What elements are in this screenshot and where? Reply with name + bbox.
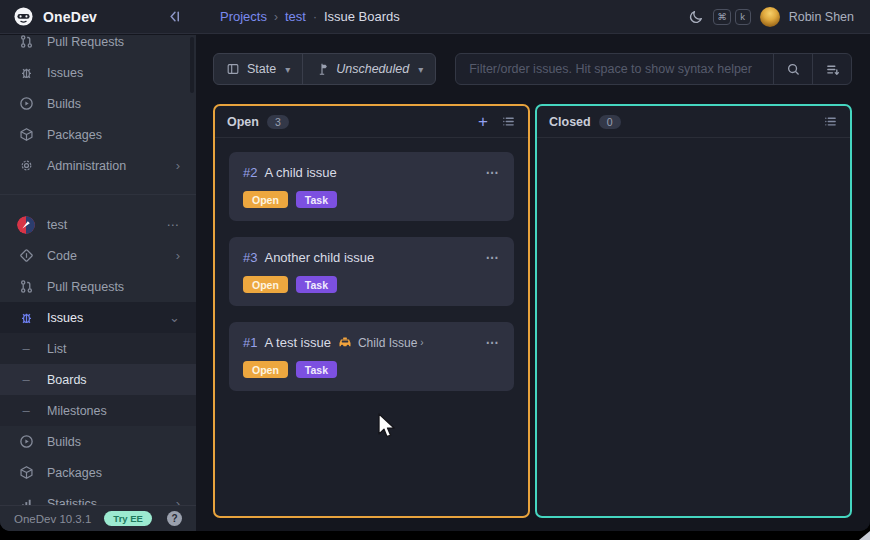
sidebar-item-label: Issues <box>47 311 83 325</box>
dash-bullet-icon: – <box>18 372 34 388</box>
sidebar-item-label: Builds <box>47 97 81 111</box>
sidebar: Pull Requests Issues Builds Packages Adm… <box>0 35 196 531</box>
sort-order-icon <box>825 62 840 77</box>
pull-request-icon <box>18 35 34 50</box>
sidebar-item-issues-list[interactable]: – List <box>0 333 196 364</box>
column-body <box>537 138 850 166</box>
issue-board: Open 3 + #2 A child issue ⋯ <box>213 104 852 518</box>
project-avatar <box>17 216 35 234</box>
window-resize-grip <box>859 531 870 540</box>
sidebar-item-packages[interactable]: Packages <box>0 119 196 150</box>
sidebar-collapse-icon[interactable] <box>167 9 182 24</box>
milestone-select-button[interactable]: Unscheduled ▾ <box>302 54 435 84</box>
sidebar-item-builds[interactable]: Builds <box>0 88 196 119</box>
topbar-right: ⌘ k Robin Shen <box>689 7 870 27</box>
state-badge: Open <box>243 276 288 293</box>
caret-down-icon: ▾ <box>285 64 290 75</box>
try-ee-badge[interactable]: Try EE <box>104 511 152 526</box>
sidebar-item-label: Issues <box>47 66 83 80</box>
sidebar-scrollbar[interactable] <box>190 37 194 93</box>
breadcrumb: Projects › test · Issue Boards <box>196 9 400 24</box>
issue-card[interactable]: #1 A test issue Child Issue › ⋯ Open Tas… <box>229 322 514 391</box>
sidebar-item-project-pull-requests[interactable]: Pull Requests <box>0 271 196 302</box>
breadcrumb-page: Issue Boards <box>324 9 400 24</box>
order-button[interactable] <box>812 54 851 84</box>
board-switcher-group: State ▾ Unscheduled ▾ <box>213 53 436 85</box>
sidebar-item-issues[interactable]: Issues <box>0 57 196 88</box>
sidebar-item-code[interactable]: Code › <box>0 240 196 271</box>
top-bar: OneDev Projects › test · Issue Boards ⌘ … <box>0 0 870 34</box>
bug-icon <box>18 65 34 81</box>
package-icon <box>18 127 34 143</box>
brand-area: OneDev <box>0 6 196 27</box>
filter-group <box>455 53 852 85</box>
sidebar-item-project-packages[interactable]: Packages <box>0 457 196 488</box>
sidebar-item-issues-milestones[interactable]: – Milestones <box>0 395 196 426</box>
user-name[interactable]: Robin Shen <box>789 10 854 24</box>
dash-bullet-icon: – <box>18 403 34 419</box>
card-menu-button[interactable]: ⋯ <box>486 165 501 180</box>
state-badge: Open <box>243 361 288 378</box>
sidebar-item-issues-boards[interactable]: – Boards <box>0 364 196 395</box>
play-circle-icon <box>18 96 34 112</box>
milestone-select-label: Unscheduled <box>336 62 409 76</box>
command-palette-hint[interactable]: ⌘ k <box>713 9 751 25</box>
caret-down-icon: ▾ <box>418 64 423 75</box>
sidebar-item-administration[interactable]: Administration › <box>0 150 196 181</box>
chevron-right-icon: › <box>420 337 423 348</box>
column-count-badge: 0 <box>599 115 621 129</box>
sidebar-divider <box>0 194 196 195</box>
child-issue-link[interactable]: Child Issue <box>358 336 417 350</box>
column-list-icon[interactable] <box>823 114 838 129</box>
search-icon <box>786 62 801 77</box>
dash-bullet-icon: – <box>18 341 34 357</box>
help-icon[interactable]: ? <box>167 511 182 526</box>
breadcrumb-project[interactable]: test <box>285 9 306 24</box>
sidebar-item-label: Packages <box>47 128 102 142</box>
column-header: Closed 0 <box>537 106 850 138</box>
onedev-logo-icon[interactable] <box>13 6 34 27</box>
sidebar-project-row[interactable]: test ⋯ <box>0 209 196 240</box>
board-column-open: Open 3 + #2 A child issue ⋯ <box>213 104 530 518</box>
sidebar-item-project-issues[interactable]: Issues ⌄ <box>0 302 196 333</box>
chevron-down-icon: ⌄ <box>169 310 180 325</box>
code-icon <box>18 248 34 264</box>
column-title: Open <box>227 115 259 129</box>
add-issue-button[interactable]: + <box>478 113 488 130</box>
command-key-icon: ⌘ <box>713 9 731 25</box>
issue-number[interactable]: #3 <box>243 250 257 265</box>
column-list-icon[interactable] <box>501 114 516 129</box>
issue-title[interactable]: A test issue <box>264 335 330 350</box>
sidebar-item-project-builds[interactable]: Builds <box>0 426 196 457</box>
k-key-icon: k <box>735 9 751 25</box>
user-avatar[interactable] <box>760 7 780 27</box>
app-window: OneDev Projects › test · Issue Boards ⌘ … <box>0 0 870 531</box>
sidebar-item-label: Pull Requests <box>47 35 124 49</box>
play-circle-icon <box>18 434 34 450</box>
issue-number[interactable]: #1 <box>243 335 257 350</box>
chevron-right-icon: › <box>176 158 180 173</box>
sidebar-item-label: Pull Requests <box>47 280 124 294</box>
dark-mode-toggle-icon[interactable] <box>689 9 704 24</box>
issue-card[interactable]: #2 A child issue ⋯ Open Task <box>229 152 514 221</box>
sidebar-item-pull-requests[interactable]: Pull Requests <box>0 35 196 57</box>
search-button[interactable] <box>773 54 812 84</box>
issue-number[interactable]: #2 <box>243 165 257 180</box>
board-select-label: State <box>247 62 276 76</box>
breadcrumb-projects[interactable]: Projects <box>220 9 267 24</box>
card-menu-button[interactable]: ⋯ <box>486 250 501 265</box>
issue-title[interactable]: A child issue <box>264 165 336 180</box>
issue-title[interactable]: Another child issue <box>264 250 374 265</box>
gear-icon <box>18 158 34 174</box>
type-badge: Task <box>296 361 337 378</box>
sidebar-footer: OneDev 10.3.1 Try EE ? <box>0 505 196 531</box>
sidebar-item-label: Code <box>47 249 77 263</box>
board-columns-icon <box>226 62 240 76</box>
card-menu-button[interactable]: ⋯ <box>486 335 501 350</box>
project-menu-icon[interactable]: ⋯ <box>167 218 181 232</box>
sidebar-item-label: Administration <box>47 159 126 173</box>
issue-card[interactable]: #3 Another child issue ⋯ Open Task <box>229 237 514 306</box>
state-badge: Open <box>243 191 288 208</box>
board-select-button[interactable]: State ▾ <box>214 54 302 84</box>
filter-input[interactable] <box>456 54 773 84</box>
